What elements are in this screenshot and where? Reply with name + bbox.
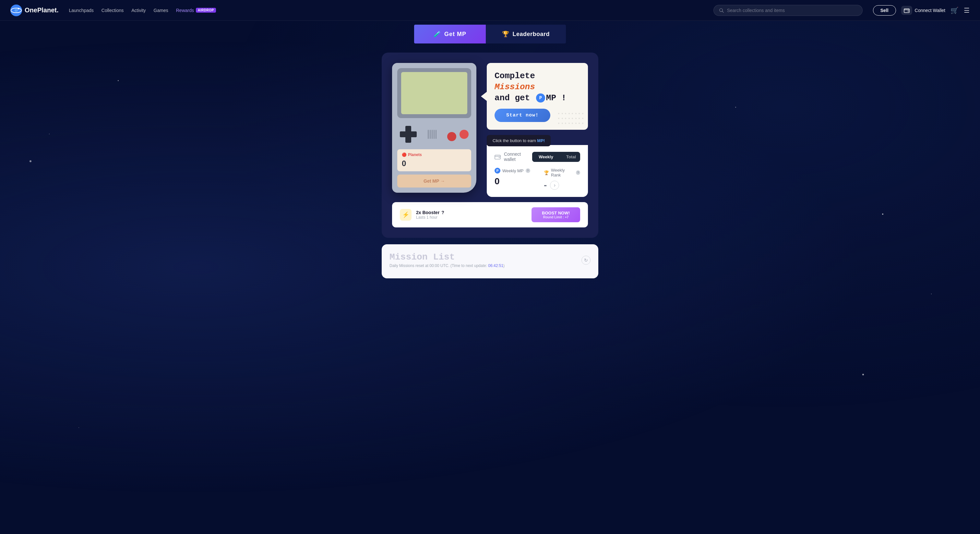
hero-tabs: 🧪 Get MP 🏆 Leaderboard: [0, 21, 980, 43]
dpad-vertical: [406, 126, 411, 143]
search-bar[interactable]: [713, 5, 862, 16]
logo-icon: [10, 5, 22, 16]
p-icon: P: [536, 93, 545, 102]
mission-info-area: Complete Missions and get PMP ! Start no…: [487, 63, 588, 197]
lightning-wrap: ⚡: [400, 209, 412, 221]
speaker-line: [430, 130, 431, 139]
mission-list-header: Mission List Daily Missions reset at 00:…: [390, 252, 590, 268]
ab-buttons: [447, 128, 469, 141]
boost-limit: Round Limit : +7: [542, 215, 570, 219]
main-content: 🧪 Get MP 🏆 Leaderboard: [0, 21, 980, 291]
main-card: 🔴 Planets 0 Get MP → Complete Missions a…: [382, 53, 598, 238]
booster-info: 2x Booster ? Lasts 1 hour: [416, 210, 444, 220]
lightning-icon: ⚡: [402, 211, 409, 218]
mission-title: Complete Missions and get PMP !: [495, 71, 580, 104]
nav-links: Launchpads Collections Activity Games Re…: [69, 8, 703, 13]
weekly-rank-label: 🏆 Weekly Rank ?: [544, 168, 580, 177]
nav-launchpads[interactable]: Launchpads: [69, 8, 93, 13]
svg-rect-8: [495, 155, 500, 159]
connect-wallet-label: Connect wallet: [495, 151, 532, 162]
gameboy-screen: [401, 72, 467, 114]
stats-top: Connect wallet Weekly Total: [495, 151, 580, 162]
weekly-rank-value: -: [544, 180, 547, 190]
stat-rank: - ›: [544, 180, 580, 190]
speaker-line: [436, 130, 436, 139]
svg-point-9: [499, 157, 500, 158]
weekly-mp-block: P Weekly MP ? 0: [495, 168, 531, 190]
stats-row: P Weekly MP ? 0 🏆 Weekly Rank: [495, 168, 580, 190]
leaderboard-tab[interactable]: 🏆 Leaderboard: [486, 25, 566, 43]
speaker-line: [432, 130, 433, 139]
weekly-mp-value: 0: [495, 176, 531, 187]
nav-collections[interactable]: Collections: [102, 8, 124, 13]
a-button[interactable]: [460, 130, 469, 139]
boost-now-button[interactable]: BOOST NOW! Round Limit : +7: [531, 207, 580, 222]
booster-duration: Lasts 1 hour: [416, 215, 444, 220]
p-badge-icon: P: [495, 168, 500, 174]
stats-tab-group: Weekly Total: [532, 152, 580, 162]
gameboy-controls: [397, 123, 471, 148]
trophy-icon-tab: 🏆: [502, 30, 509, 38]
sell-button[interactable]: Sell: [873, 5, 896, 16]
search-icon: [719, 8, 724, 13]
weekly-mp-label: P Weekly MP ?: [495, 168, 531, 174]
mission-list-title-area: Mission List Daily Missions reset at 00:…: [390, 252, 504, 268]
nav-rewards[interactable]: Rewards AIRDROP: [176, 8, 216, 13]
main-card-container: 🔴 Planets 0 Get MP → Complete Missions a…: [377, 53, 603, 238]
booster-info-icon[interactable]: ?: [441, 210, 444, 215]
wallet-icon: [904, 8, 910, 13]
get-mp-bar[interactable]: Get MP →: [397, 175, 471, 188]
weekly-mp-info-icon[interactable]: ?: [526, 168, 530, 173]
mission-card: Complete Missions and get PMP ! Start no…: [487, 63, 588, 130]
menu-icon[interactable]: ☰: [964, 6, 970, 14]
tooltip-bar: Click the button to earn MP!: [487, 135, 550, 146]
stats-section: Connect wallet Weekly Total P: [487, 145, 588, 197]
speaker-line: [428, 130, 429, 139]
missions-highlight: Missions: [495, 82, 535, 92]
refresh-icon[interactable]: ↻: [581, 256, 590, 265]
gameboy-info: 🔴 Planets 0: [397, 149, 471, 171]
start-now-button[interactable]: Start now!: [495, 109, 550, 122]
flask-icon: 🧪: [434, 30, 441, 38]
gameboy-screen-bezel: [397, 68, 471, 118]
weekly-rank-block: 🏆 Weekly Rank ? - ›: [544, 168, 580, 190]
mission-list-inner: Mission List Daily Missions reset at 00:…: [382, 244, 598, 278]
tooltip-mp: MP!: [537, 138, 545, 143]
planets-label: 🔴 Planets: [402, 153, 467, 157]
planet-icon: 🔴: [402, 153, 407, 157]
speaker-line: [434, 130, 434, 139]
logo-text: OnePlanet.: [25, 6, 58, 14]
b-button[interactable]: [447, 132, 456, 141]
tab-total[interactable]: Total: [560, 152, 580, 162]
weekly-rank-info-icon[interactable]: ?: [576, 170, 580, 175]
trophy-small-icon: 🏆: [544, 170, 549, 175]
nav-activity[interactable]: Activity: [131, 8, 146, 13]
mission-list-card: Mission List Daily Missions reset at 00:…: [377, 244, 603, 278]
search-input[interactable]: [727, 8, 857, 13]
planets-value: 0: [402, 159, 467, 168]
airdrop-badge: AIRDROP: [196, 8, 216, 13]
mission-list-time: 06:42:51: [488, 263, 503, 268]
gameboy: 🔴 Planets 0 Get MP →: [392, 63, 476, 193]
cart-icon[interactable]: 🛒: [950, 6, 959, 14]
speaker-lines: [428, 130, 436, 139]
navbar: OnePlanet. Launchpads Collections Activi…: [0, 0, 980, 21]
booster-left: ⚡ 2x Booster ? Lasts 1 hour: [400, 209, 444, 221]
mission-list-title: Mission List: [390, 252, 504, 262]
card-top: 🔴 Planets 0 Get MP → Complete Missions a…: [392, 63, 588, 197]
logo[interactable]: OnePlanet.: [10, 5, 58, 16]
get-mp-tab[interactable]: 🧪 Get MP: [414, 25, 486, 43]
svg-point-7: [908, 10, 908, 11]
nav-games[interactable]: Games: [154, 8, 168, 13]
nav-right: Sell Connect Wallet 🛒 ☰: [873, 5, 970, 16]
rank-arrow-button[interactable]: ›: [550, 181, 559, 190]
booster-title: 2x Booster ?: [416, 210, 444, 215]
dot-pattern: [558, 113, 584, 126]
dpad: [400, 126, 417, 143]
mission-list-subtitle: Daily Missions reset at 00:00 UTC. (Time…: [390, 263, 504, 268]
booster-section: ⚡ 2x Booster ? Lasts 1 hour BOOST NOW! R…: [392, 202, 588, 228]
wallet-icon-wrap: [901, 6, 912, 15]
connect-wallet-button[interactable]: Connect Wallet: [901, 6, 945, 15]
tab-weekly[interactable]: Weekly: [532, 152, 560, 162]
svg-point-3: [18, 8, 19, 9]
